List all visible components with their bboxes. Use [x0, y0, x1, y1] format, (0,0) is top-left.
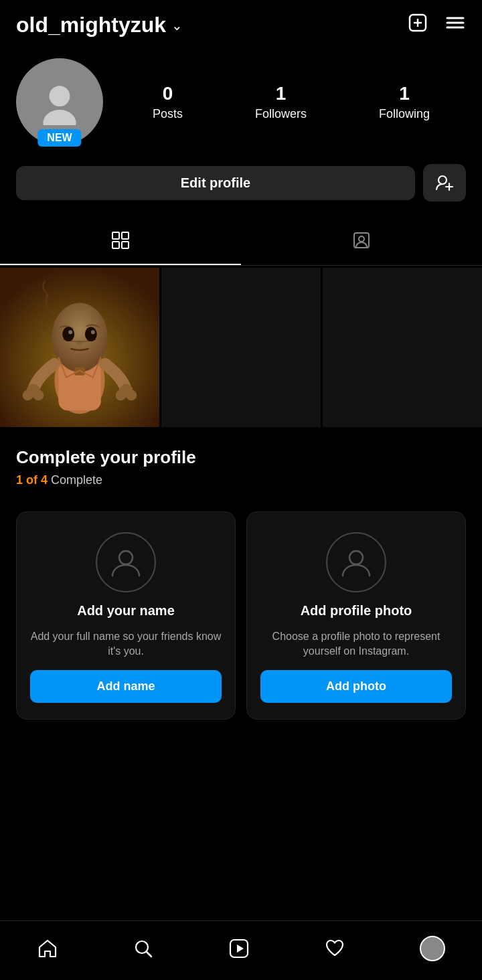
hamburger-menu-icon[interactable]	[445, 12, 466, 38]
svg-point-34	[349, 551, 363, 564]
svg-point-33	[119, 551, 133, 564]
new-post-icon[interactable]	[407, 12, 428, 38]
add-person-icon	[435, 173, 454, 192]
stats-row: 0 Posts 1 Followers 1 Following	[116, 83, 466, 121]
groot-svg	[0, 268, 159, 427]
svg-point-6	[50, 86, 70, 106]
nav-avatar	[420, 936, 445, 961]
tab-grid[interactable]	[0, 220, 241, 265]
add-name-card: Add your name Add your full name so your…	[16, 511, 236, 720]
complete-profile-section: Complete your profile 1 of 4 Complete	[0, 427, 482, 501]
add-photo-card: Add profile photo Choose a profile photo…	[246, 511, 466, 720]
action-row: Edit profile	[0, 152, 482, 214]
grid-icon	[111, 231, 130, 254]
add-photo-button[interactable]: Add photo	[260, 670, 452, 703]
add-name-button[interactable]: Add name	[30, 670, 222, 703]
svg-point-27	[23, 390, 33, 400]
complete-profile-title: Complete your profile	[16, 447, 466, 468]
header-left: old_mightyzuk ⌄	[16, 13, 183, 37]
nav-activity[interactable]	[319, 932, 351, 965]
profile-section: NEW 0 Posts 1 Followers 1 Following	[0, 45, 482, 152]
add-photo-card-title: Add profile photo	[301, 603, 412, 619]
search-icon	[133, 938, 154, 959]
edit-profile-button[interactable]: Edit profile	[16, 166, 415, 200]
person-icon	[109, 546, 143, 579]
tabs-row	[0, 220, 482, 266]
progress-rest: Complete	[48, 473, 102, 487]
username-text[interactable]: old_mightyzuk	[16, 13, 166, 37]
posts-label: Posts	[153, 107, 183, 121]
add-name-card-desc: Add your full name so your friends know …	[30, 629, 222, 659]
svg-point-8	[438, 176, 447, 184]
add-photo-card-desc: Choose a profile photo to represent your…	[260, 629, 452, 659]
avatar-wrapper[interactable]: NEW	[16, 58, 103, 145]
svg-point-22	[85, 327, 97, 341]
nav-reels[interactable]	[223, 932, 255, 965]
grid-svg	[111, 231, 130, 250]
followers-count: 1	[276, 83, 287, 104]
svg-rect-11	[112, 232, 119, 239]
add-photo-icon-circle	[326, 532, 386, 592]
tagged-icon	[352, 231, 371, 254]
nav-home[interactable]	[31, 932, 64, 965]
svg-point-7	[44, 110, 76, 125]
default-avatar-icon	[36, 78, 83, 125]
svg-point-25	[76, 340, 83, 345]
header-right	[407, 12, 466, 38]
tab-tagged[interactable]	[241, 220, 482, 265]
bottom-nav	[0, 920, 482, 980]
svg-line-36	[147, 952, 151, 957]
posts-count: 0	[163, 83, 173, 104]
posts-grid	[0, 268, 482, 427]
grid-item-2	[161, 268, 321, 427]
following-stat[interactable]: 1 Following	[379, 83, 430, 121]
tagged-svg	[352, 231, 371, 250]
nav-profile[interactable]	[414, 930, 451, 967]
svg-point-30	[116, 390, 127, 400]
svg-marker-38	[237, 945, 244, 953]
add-name-card-title: Add your name	[77, 603, 175, 619]
svg-point-21	[62, 327, 74, 341]
groot-image	[0, 268, 159, 427]
progress-colored: 1 of 4	[16, 473, 48, 487]
following-count: 1	[399, 83, 410, 104]
grid-item-3	[323, 268, 482, 427]
following-label: Following	[379, 107, 430, 121]
posts-stat[interactable]: 0 Posts	[153, 83, 183, 121]
new-badge: NEW	[37, 129, 81, 147]
svg-rect-12	[122, 232, 129, 239]
add-name-icon-circle	[96, 532, 156, 592]
chevron-down-icon[interactable]: ⌄	[171, 17, 183, 33]
svg-point-23	[68, 330, 72, 334]
heart-icon	[324, 938, 345, 959]
svg-point-24	[91, 330, 95, 334]
add-person-button[interactable]	[423, 164, 466, 201]
person-photo-icon	[339, 546, 373, 579]
svg-rect-14	[122, 242, 129, 248]
svg-point-31	[126, 390, 137, 400]
svg-point-16	[359, 236, 364, 242]
followers-stat[interactable]: 1 Followers	[255, 83, 307, 121]
svg-rect-13	[112, 242, 119, 248]
home-icon	[37, 938, 58, 959]
reels-icon	[228, 938, 250, 959]
cards-row: Add your name Add your full name so your…	[0, 501, 482, 730]
header: old_mightyzuk ⌄	[0, 0, 482, 45]
nav-search[interactable]	[127, 932, 159, 965]
svg-point-28	[33, 390, 44, 400]
complete-profile-subtitle: 1 of 4 Complete	[16, 473, 466, 487]
grid-item-1[interactable]	[0, 268, 159, 427]
followers-label: Followers	[255, 107, 307, 121]
